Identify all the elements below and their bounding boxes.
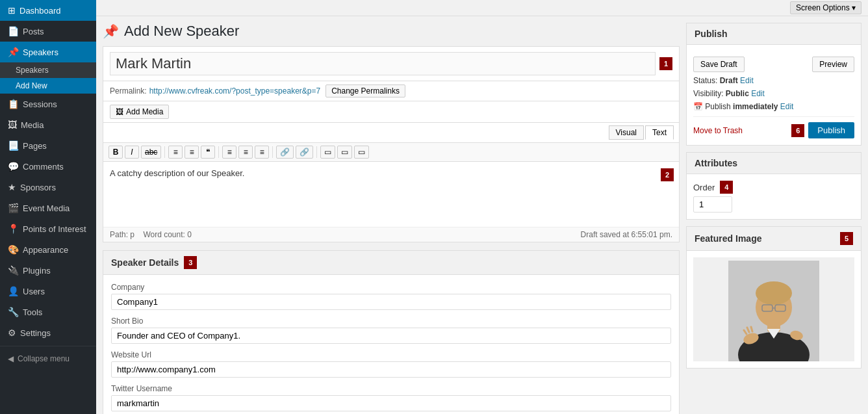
short-bio-field-row: Short Bio xyxy=(111,317,671,344)
toolbar-link[interactable]: 🔗 xyxy=(276,146,294,159)
collapse-menu-btn[interactable]: ◀ Collapse menu xyxy=(0,349,96,369)
sidebar-item-settings[interactable]: ⚙ Settings xyxy=(0,322,96,343)
order-row: Order 4 xyxy=(693,181,854,194)
visibility-row: Visibility: Public Edit xyxy=(693,89,854,98)
sidebar-subitem-add-new[interactable]: Add New xyxy=(0,78,96,94)
page-title-icon: 📌 xyxy=(103,23,119,39)
sidebar-item-speakers[interactable]: 📌 Speakers xyxy=(0,42,96,62)
featured-image-header[interactable]: Featured Image 5 xyxy=(687,227,861,251)
visibility-edit-link[interactable]: Edit xyxy=(751,89,765,98)
toolbar-blockquote[interactable]: ❝ xyxy=(201,146,215,159)
toolbar-unlink[interactable]: 🔗 xyxy=(296,146,313,159)
short-bio-input[interactable] xyxy=(111,328,671,344)
sidebar-item-tools[interactable]: 🔧 Tools xyxy=(0,302,96,322)
twitter-label: Twitter Username xyxy=(111,384,671,393)
publish-time-edit-link[interactable]: Edit xyxy=(780,102,794,111)
page-title-area: 📌 Add New Speaker xyxy=(103,23,680,40)
toolbar-sep-1 xyxy=(164,146,165,158)
sidebar-item-sessions[interactable]: 📋 Sessions xyxy=(0,94,96,114)
sidebar-item-pages[interactable]: 📃 Pages xyxy=(0,135,96,156)
editor-step-badge: 2 xyxy=(661,168,674,181)
poi-icon: 📍 xyxy=(8,224,19,234)
post-title-input[interactable] xyxy=(110,52,656,75)
sidebar-item-plugins[interactable]: 🔌 Plugins xyxy=(0,260,96,281)
add-media-button[interactable]: 🖼 Add Media xyxy=(110,105,169,119)
company-input[interactable] xyxy=(111,294,671,310)
permalink-label: Permalink: xyxy=(110,86,147,96)
left-column: 📌 Add New Speaker 1 Permalink: http://ww… xyxy=(103,23,680,414)
person-image xyxy=(728,261,819,361)
attributes-panel-header[interactable]: Attributes xyxy=(687,153,861,174)
calendar-icon: 📅 xyxy=(693,102,703,111)
change-permalinks-button[interactable]: Change Permalinks xyxy=(326,84,405,97)
toolbar-align-left[interactable]: ≡ xyxy=(222,146,236,159)
right-column: Publish Save Draft Preview Status: Draft… xyxy=(686,23,862,414)
sidebar-item-points-of-interest[interactable]: 📍 Points of Interest xyxy=(0,218,96,239)
screen-options-button[interactable]: Screen Options ▾ xyxy=(790,1,862,14)
editor-wrap: 1 Permalink: http://www.cvfreak.com/?pos… xyxy=(103,46,680,242)
editor-toolbar: B I abc ≡ ≡ ❝ ≡ ≡ ≡ 🔗 🔗 ▭ ▭ xyxy=(103,143,679,162)
move-to-trash-link[interactable]: Move to Trash xyxy=(693,126,743,135)
title-row: 1 xyxy=(103,47,679,81)
sessions-icon: 📋 xyxy=(8,99,19,109)
attributes-step-badge: 4 xyxy=(720,181,733,194)
publish-step-badge: 6 xyxy=(791,124,804,137)
appearance-icon: 🎨 xyxy=(8,244,19,255)
dashboard-icon: ⊞ xyxy=(8,5,16,16)
tools-icon: 🔧 xyxy=(8,307,19,317)
status-edit-link[interactable]: Edit xyxy=(740,76,754,85)
preview-button[interactable]: Preview xyxy=(812,57,854,72)
media-row: 🖼 Add Media xyxy=(103,101,679,123)
settings-icon: ⚙ xyxy=(8,328,16,338)
sidebar-item-sponsors[interactable]: ★ Sponsors xyxy=(0,177,96,198)
company-field-row: Company xyxy=(111,283,671,310)
speaker-details-header[interactable]: Speaker Details 3 xyxy=(103,251,679,275)
event-media-icon: 🎬 xyxy=(8,203,19,213)
toolbar-align-center[interactable]: ≡ xyxy=(238,146,253,159)
featured-image-area[interactable] xyxy=(693,257,854,361)
website-input[interactable] xyxy=(111,361,671,378)
toolbar-bold[interactable]: B xyxy=(108,146,123,159)
publish-panel-header[interactable]: Publish xyxy=(687,23,861,45)
toolbar-insert1[interactable]: ▭ xyxy=(320,146,335,159)
featured-image-body xyxy=(687,251,861,368)
save-draft-button[interactable]: Save Draft xyxy=(693,57,745,72)
editor-content[interactable]: A catchy description of our Speaker. xyxy=(103,162,656,227)
website-field-row: Website Url xyxy=(111,350,671,378)
sidebar-item-event-media[interactable]: 🎬 Event Media xyxy=(0,198,96,218)
editor-tabs: Visual Text xyxy=(103,123,679,143)
sidebar-item-users[interactable]: 👤 Users xyxy=(0,281,96,302)
sponsors-icon: ★ xyxy=(8,182,16,192)
editor-footer-left: Path: p Word count: 0 xyxy=(110,230,192,239)
publish-button[interactable]: Publish xyxy=(808,122,854,138)
permalink-row: Permalink: http://www.cvfreak.com/?post_… xyxy=(103,81,679,101)
editor-footer: Path: p Word count: 0 Draft saved at 6:5… xyxy=(103,227,679,242)
sidebar-item-posts[interactable]: 📄 Posts xyxy=(0,21,96,42)
sidebar-item-media[interactable]: 🖼 Media xyxy=(0,114,96,135)
toolbar-ol[interactable]: ≡ xyxy=(185,146,199,159)
toolbar-strikethrough[interactable]: abc xyxy=(141,146,161,159)
text-tab[interactable]: Text xyxy=(645,125,674,140)
twitter-input[interactable] xyxy=(111,395,671,411)
toolbar-sep-4 xyxy=(316,146,317,158)
publish-top-actions: Save Draft Preview xyxy=(693,57,854,72)
editor-content-row: A catchy description of our Speaker. 2 xyxy=(103,162,679,227)
speakers-icon: 📌 xyxy=(8,47,19,57)
toolbar-italic[interactable]: I xyxy=(125,146,139,159)
toolbar-align-right[interactable]: ≡ xyxy=(255,146,269,159)
sidebar-item-appearance[interactable]: 🎨 Appearance xyxy=(0,239,96,260)
speaker-details-badge: 3 xyxy=(184,256,197,269)
toolbar-insert3[interactable]: ▭ xyxy=(354,146,369,159)
toolbar-sep-2 xyxy=(218,146,219,158)
svg-line-13 xyxy=(751,327,752,331)
comments-icon: 💬 xyxy=(8,161,19,172)
permalink-url[interactable]: http://www.cvfreak.com/?post_type=speake… xyxy=(149,86,320,96)
toolbar-insert2[interactable]: ▭ xyxy=(337,146,352,159)
order-input[interactable] xyxy=(693,196,732,213)
sidebar-item-comments[interactable]: 💬 Comments xyxy=(0,156,96,177)
visual-tab[interactable]: Visual xyxy=(609,125,644,140)
sidebar-item-dashboard[interactable]: ⊞ Dashboard xyxy=(0,0,96,21)
toolbar-ul[interactable]: ≡ xyxy=(168,146,183,159)
sidebar-subitem-speakers[interactable]: Speakers xyxy=(0,62,96,78)
sidebar: ⊞ Dashboard 📄 Posts 📌 Speakers Speakers … xyxy=(0,0,96,414)
